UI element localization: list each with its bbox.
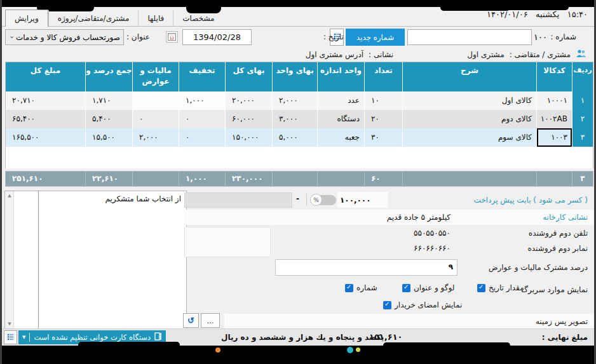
tax-percent-input[interactable]: ۹ bbox=[275, 259, 457, 276]
col-row[interactable]: ردیف bbox=[572, 62, 593, 91]
tab-files[interactable]: فایلها bbox=[138, 10, 173, 26]
cell-code[interactable]: ۱۰۰۲AB bbox=[537, 110, 572, 128]
cell-total-price[interactable]: ۱۵۰,۰۰۰ bbox=[226, 128, 272, 147]
cell-unit-price[interactable]: ۲,۰۰۰ bbox=[273, 91, 317, 110]
final-amount-label: مبلغ نهایی : bbox=[542, 333, 588, 342]
tax-percent-value: ۹ bbox=[449, 262, 453, 271]
cell-amount[interactable]: ۱۶۵,۵۰۰ bbox=[6, 128, 85, 147]
cell-unit[interactable]: عدد bbox=[318, 91, 364, 110]
cell-code[interactable]: ۱۰۰۰۱ bbox=[537, 91, 572, 110]
title-select[interactable]: ⌄ صورتحساب فروش کالا و خدمات bbox=[5, 29, 124, 45]
cell-total-price[interactable]: ۶۰,۰۰۰ bbox=[226, 110, 272, 128]
checkbox-date-value[interactable]: مقدار تاریخ bbox=[477, 283, 524, 292]
scroll-up-icon[interactable]: ▲ bbox=[5, 193, 14, 198]
col-pct-sum[interactable]: جمع درصد و bbox=[86, 62, 132, 91]
total-unit bbox=[318, 172, 364, 186]
checkbox-logo-title[interactable]: لوگو و عنوان bbox=[402, 283, 454, 292]
col-amount[interactable]: مبلغ کل bbox=[6, 62, 85, 91]
chevron-down-icon[interactable]: ▼ bbox=[22, 335, 25, 340]
cell-discount[interactable]: ۰ bbox=[179, 128, 225, 147]
cell-unit-price[interactable]: ۵,۰۰۰ bbox=[273, 128, 317, 147]
col-code[interactable]: کدکالا bbox=[537, 62, 572, 91]
divider bbox=[38, 191, 39, 328]
prepayment-extra-field[interactable] bbox=[184, 192, 292, 208]
cell-qty[interactable]: ۲۰ bbox=[365, 110, 402, 128]
total-row-count: ۳ bbox=[572, 172, 593, 186]
customer-row: مشتری / متقاضی : مشتری اول bbox=[467, 49, 586, 60]
col-total-price[interactable]: بهای کل bbox=[226, 62, 272, 91]
calendar-button[interactable]: 12 bbox=[166, 31, 178, 43]
cell-total-price[interactable]: ۲۰,۰۰۰ bbox=[226, 91, 272, 110]
header-field-row: شماره : ۱۰۰ شماره جدید تاریخ : 1394/02/2… bbox=[2, 27, 594, 47]
cell-pct-sum[interactable]: ۵,۴۰۰ bbox=[86, 110, 132, 128]
card-reader-status-text: دستگاه کارت خوانی تنظیم نشده است bbox=[34, 333, 151, 342]
checkbox-date-label: مقدار تاریخ bbox=[489, 283, 524, 292]
cell-amount[interactable]: ۶۵,۴۰۰ bbox=[6, 110, 85, 128]
checkbox-checked-icon[interactable] bbox=[402, 284, 410, 292]
number-input[interactable] bbox=[407, 29, 532, 45]
notes-scrollbar[interactable]: ▲ ▼ bbox=[5, 191, 14, 328]
factory-address-value[interactable]: کیلومتر ۵ جاده قدیم bbox=[275, 213, 450, 222]
cell-pct-sum[interactable]: ۱۵,۵۰۰ bbox=[86, 128, 132, 147]
phone2-value[interactable]: ۵۵۰۵۵۰۵۵۰ bbox=[275, 229, 450, 238]
cell-unit-price[interactable]: ۳,۰۰۰ bbox=[273, 110, 317, 128]
cell-qty[interactable]: ۱۰ bbox=[365, 91, 402, 110]
empty-field[interactable] bbox=[184, 227, 271, 257]
total-amount: ۲۵۱,۶۱۰ bbox=[6, 172, 85, 186]
col-desc[interactable]: شرح bbox=[403, 62, 536, 91]
list-icon bbox=[6, 332, 15, 344]
cell-tax[interactable] bbox=[133, 91, 179, 110]
col-unit-price[interactable]: بهای واحد bbox=[273, 62, 317, 91]
fax2-value[interactable]: ۶۶۰۶۶۰۶۶۰ bbox=[275, 244, 450, 253]
col-tax[interactable]: مالیات و عوارض bbox=[133, 62, 179, 91]
table-empty-area bbox=[6, 147, 593, 168]
checkbox-checked-icon[interactable] bbox=[345, 284, 353, 292]
cell-tax[interactable]: ۰ bbox=[133, 110, 179, 128]
tab-specs[interactable]: مشخصات bbox=[173, 10, 223, 26]
cell-row[interactable]: ۳ bbox=[572, 128, 593, 147]
footer-list-button[interactable] bbox=[4, 330, 17, 344]
refresh-button[interactable]: ↺ bbox=[183, 313, 199, 328]
address-row: نشانی : آدرس مشتری اول bbox=[306, 50, 393, 59]
background-image-label: تصویر پس زمینه bbox=[536, 317, 588, 326]
divider bbox=[306, 194, 307, 206]
cell-unit[interactable]: دستگاه bbox=[318, 110, 364, 128]
redaction-blob bbox=[78, 342, 180, 348]
cell-desc[interactable]: کالای سوم bbox=[403, 128, 536, 147]
percent-toggle[interactable]: % bbox=[310, 194, 337, 206]
tab-edit[interactable]: ویرایش bbox=[5, 10, 48, 27]
cell-pct-sum[interactable]: ۱,۷۱۰ bbox=[86, 91, 132, 110]
cell-row[interactable]: ۱ bbox=[572, 91, 593, 110]
redaction-blob bbox=[383, 342, 510, 349]
col-unit[interactable]: واحد اندازه bbox=[318, 62, 364, 91]
cell-desc[interactable]: کالای اول bbox=[403, 91, 536, 110]
date-input[interactable]: 1394/02/28 bbox=[182, 29, 252, 45]
checkbox-checked-icon[interactable] bbox=[383, 301, 391, 309]
checkbox-buyer-signature[interactable]: نمایش امضای خریدار bbox=[383, 300, 462, 309]
col-discount[interactable]: تخفیف bbox=[179, 62, 225, 91]
tab-customer[interactable]: مشتری/متقاضی/پروژه bbox=[48, 10, 139, 26]
table-row-selected: ۳ ۱۰۰۳ کالای سوم ۳۰ جعبه ۵,۰۰۰ ۱۵۰,۰۰۰ ۰… bbox=[6, 128, 593, 147]
checkbox-checked-icon[interactable] bbox=[477, 284, 485, 292]
address-value: آدرس مشتری اول bbox=[306, 50, 363, 59]
cell-amount[interactable]: ۲۰,۷۱۰ bbox=[6, 91, 85, 110]
cell-desc[interactable]: کالای دوم bbox=[403, 110, 536, 128]
final-amount-words: یکصد و پنجاه و یك هزار و ششصد و ده ریال bbox=[221, 333, 384, 342]
new-number-button[interactable]: شماره جدید bbox=[346, 29, 405, 46]
cell-qty[interactable]: ۳۰ bbox=[365, 128, 402, 147]
browse-button[interactable]: ... bbox=[201, 313, 220, 328]
cell-discount[interactable]: ۰ bbox=[179, 110, 225, 128]
checkbox-number[interactable]: شماره bbox=[345, 283, 377, 292]
col-qty[interactable]: تعداد bbox=[365, 62, 402, 91]
cell-discount[interactable]: ۱,۰۰۰ bbox=[179, 91, 225, 110]
notes-textarea[interactable]: ▲ ▼ از انتخاب شما متشکریم bbox=[4, 191, 187, 329]
cell-unit[interactable]: جعبه bbox=[318, 128, 364, 147]
customer-value[interactable]: مشتری اول bbox=[467, 50, 504, 59]
tab-strip: ویرایش مشتری/متقاضی/پروژه فایلها مشخصات bbox=[5, 11, 297, 27]
cell-tax[interactable]: ۲,۰۰۰ bbox=[133, 128, 179, 147]
scroll-down-icon[interactable]: ▼ bbox=[5, 321, 14, 327]
items-table: ردیف کدکالا شرح تعداد واحد اندازه بهای و… bbox=[5, 62, 593, 168]
cell-row[interactable]: ۲ bbox=[572, 110, 593, 128]
cell-code-selected[interactable]: ۱۰۰۳ bbox=[537, 128, 572, 147]
table-row: ۱ ۱۰۰۰۱ کالای اول ۱۰ عدد ۲,۰۰۰ ۲۰,۰۰۰ ۱,… bbox=[6, 91, 593, 110]
